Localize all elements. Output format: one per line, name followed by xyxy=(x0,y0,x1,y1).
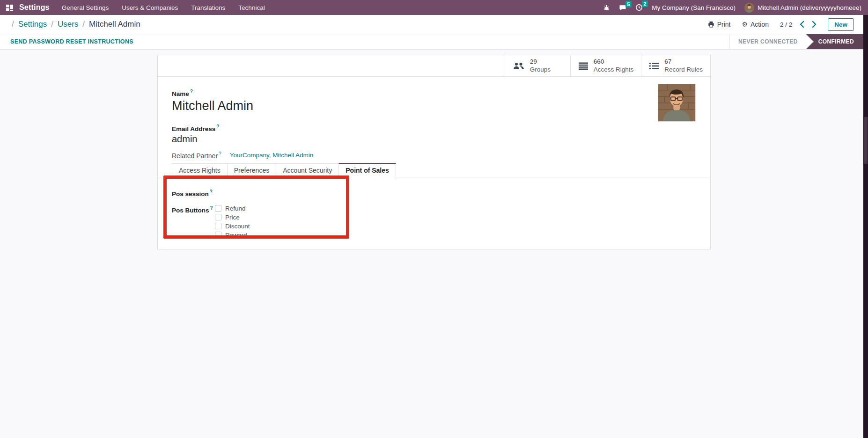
current-app-name[interactable]: Settings xyxy=(19,3,50,12)
pos-button-option[interactable]: Reward xyxy=(215,231,250,240)
notebook-tabs: Access RightsPreferencesAccount Security… xyxy=(158,163,710,177)
notebook-tab[interactable]: Account Security xyxy=(276,163,339,177)
pos-button-option[interactable]: Price xyxy=(215,213,250,222)
checkbox[interactable] xyxy=(215,223,221,229)
navbar-menu-item[interactable]: Users & Companies xyxy=(122,4,178,11)
action-button[interactable]: ⚙ Action xyxy=(742,21,768,28)
navbar-menu-item[interactable]: Technical xyxy=(238,4,265,11)
pos-buttons-options: Refund Price Discount Reward xyxy=(215,204,250,240)
list-bullets-icon xyxy=(649,62,659,70)
navbar-menu-item[interactable]: Translations xyxy=(191,4,225,11)
apps-menu-icon[interactable] xyxy=(6,4,14,12)
user-avatar-icon xyxy=(744,3,754,13)
navbar-menus: General SettingsUsers & CompaniesTransla… xyxy=(62,4,265,11)
help-marker: ? xyxy=(210,189,213,194)
pager: 2 / 2 xyxy=(780,21,817,28)
help-marker: ? xyxy=(219,151,221,156)
notebook-tab[interactable]: Access Rights xyxy=(172,163,228,177)
help-marker: ? xyxy=(210,205,213,211)
activities-count-badge: 2 xyxy=(642,0,648,7)
pos-buttons-label: Pos Buttons? xyxy=(172,204,215,214)
name-field-label: Name? xyxy=(172,88,193,98)
stat-button-row: 29 Groups 660 Access Rights 67 Record Ru… xyxy=(158,55,710,77)
user-menu-label: Mitchell Admin (deliveryyyyyhomeee) xyxy=(758,4,861,11)
breadcrumb-item: Users xyxy=(47,20,78,29)
stat-button[interactable]: 67 Record Rules xyxy=(641,55,710,76)
send-password-reset-button[interactable]: SEND PASSWORD RESET INSTRUCTIONS xyxy=(10,38,133,45)
point-of-sales-tab-content: Pos session? Pos Buttons? Refund Price xyxy=(158,177,710,240)
form-view: 29 Groups 660 Access Rights 67 Record Ru… xyxy=(0,55,868,438)
gear-icon: ⚙ xyxy=(742,21,748,28)
breadcrumb-link[interactable]: Mitchell Admin xyxy=(89,20,140,29)
company-switcher[interactable]: My Company (San Francisco) xyxy=(652,4,736,11)
printer-icon xyxy=(708,21,714,28)
pager-previous-icon[interactable] xyxy=(800,21,804,28)
debug-bug-icon[interactable] xyxy=(603,4,610,11)
related-partner-row: Related Partner? YourCompany, Mitchell A… xyxy=(172,151,696,159)
pos-button-option[interactable]: Refund xyxy=(215,204,250,213)
user-photo[interactable] xyxy=(658,84,696,122)
pos-session-label: Pos session? xyxy=(172,188,215,198)
messages-icon[interactable]: 5 xyxy=(619,4,626,11)
notebook: Access RightsPreferencesAccount Security… xyxy=(158,163,710,240)
systray: 5 2 My Company (San Francisco) Mitchell … xyxy=(603,3,861,13)
notebook-tab[interactable]: Preferences xyxy=(227,163,276,177)
navbar-menu-item[interactable]: General Settings xyxy=(62,4,109,11)
pager-value[interactable]: 2 / 2 xyxy=(780,21,792,28)
help-marker: ? xyxy=(190,89,193,94)
activities-clock-icon[interactable]: 2 xyxy=(635,4,643,11)
control-panel: Settings Users Mitchell Admin Print ⚙ Ac… xyxy=(0,15,868,34)
stat-button[interactable]: 29 Groups xyxy=(505,55,570,76)
email-field-value[interactable]: admin xyxy=(172,133,696,145)
form-sheet: 29 Groups 660 Access Rights 67 Record Ru… xyxy=(157,55,711,249)
sheet-main: Name? Mitchell Admin Email Address? admi… xyxy=(158,77,710,159)
name-field-value[interactable]: Mitchell Admin xyxy=(172,99,696,113)
breadcrumb-item: Settings xyxy=(7,20,47,29)
control-panel-actions: Print ⚙ Action 2 / 2 New xyxy=(708,18,861,31)
vertical-scrollbar[interactable] xyxy=(863,15,868,438)
related-partner-link[interactable]: YourCompany, Mitchell Admin xyxy=(230,152,314,159)
related-partner-label: Related Partner? xyxy=(172,151,221,160)
print-button[interactable]: Print xyxy=(708,21,731,28)
checkbox[interactable] xyxy=(215,214,221,220)
top-navbar: Settings General SettingsUsers & Compani… xyxy=(0,0,868,15)
help-marker: ? xyxy=(216,124,219,129)
pos-button-option[interactable]: Discount xyxy=(215,222,250,231)
users-icon xyxy=(513,62,525,70)
new-record-button[interactable]: New xyxy=(828,18,854,31)
checkbox[interactable] xyxy=(215,205,221,212)
pager-next-icon[interactable] xyxy=(812,21,817,28)
breadcrumb-link[interactable]: Settings xyxy=(18,20,47,29)
breadcrumb: Settings Users Mitchell Admin xyxy=(7,20,140,29)
status-step[interactable]: NEVER CONNECTED xyxy=(729,34,806,49)
list-icon xyxy=(578,62,588,70)
email-field-label: Email Address? xyxy=(172,123,219,133)
notebook-tab[interactable]: Point of Sales xyxy=(338,163,396,177)
messages-count-badge: 5 xyxy=(625,1,632,7)
form-action-bar: SEND PASSWORD RESET INSTRUCTIONS NEVER C… xyxy=(0,34,868,50)
scrollbar-thumb[interactable] xyxy=(864,117,868,164)
breadcrumb-link[interactable]: Users xyxy=(58,20,78,29)
status-step[interactable]: CONFIRMED xyxy=(806,34,863,49)
breadcrumb-item: Mitchell Admin xyxy=(78,20,140,29)
statusbar: NEVER CONNECTEDCONFIRMED xyxy=(729,34,863,49)
user-menu[interactable]: Mitchell Admin (deliveryyyyyhomeee) xyxy=(744,3,861,13)
stat-button[interactable]: 660 Access Rights xyxy=(570,55,641,76)
checkbox[interactable] xyxy=(215,232,221,238)
